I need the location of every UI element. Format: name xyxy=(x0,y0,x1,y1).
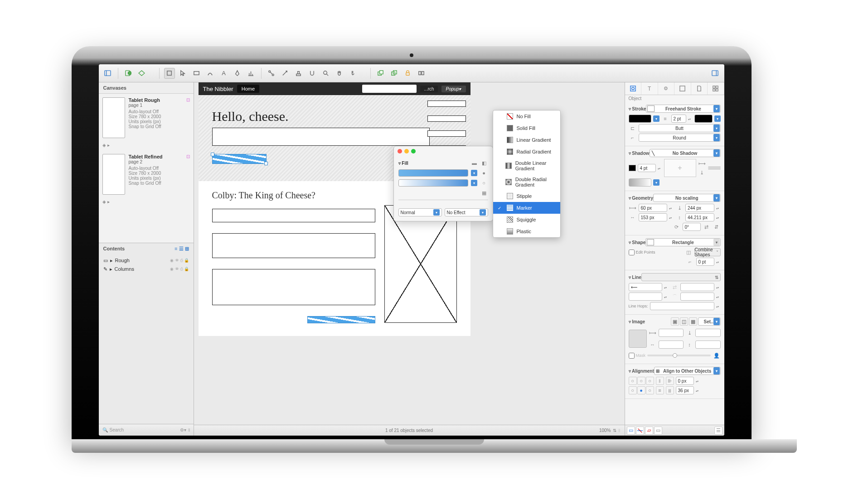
spacing-v-field[interactable]: 36 px xyxy=(676,386,694,394)
favorite-style-icon[interactable]: ☰ xyxy=(714,427,723,435)
line-end-field[interactable] xyxy=(680,283,714,291)
stepper-icon[interactable]: ▴▾ xyxy=(716,206,721,210)
image-well[interactable] xyxy=(629,330,647,348)
point-tool-button[interactable] xyxy=(348,68,359,79)
back-button[interactable] xyxy=(389,68,400,79)
grid-view-icon[interactable]: ⊞ xyxy=(185,246,189,252)
selection-tool-button[interactable] xyxy=(178,68,189,79)
color-dropdown[interactable]: ▾ xyxy=(471,170,477,176)
settings-icon[interactable]: ⚙▾ xyxy=(180,427,186,433)
line-tool-button[interactable] xyxy=(205,68,216,79)
layers-icon[interactable]: ◈ xyxy=(102,199,106,204)
align-left-icon[interactable]: ○ xyxy=(629,377,637,385)
shadow-blur-dd[interactable]: ▾ xyxy=(653,179,659,186)
shadow-x-field[interactable] xyxy=(708,167,721,168)
stroke-width-field[interactable]: 2 pt xyxy=(671,115,686,123)
swap-icon[interactable]: ⇄ xyxy=(670,283,679,291)
spacing-h-field[interactable]: 0 px xyxy=(676,377,694,385)
inspector-tab-text[interactable]: T xyxy=(641,82,658,95)
style-swatch-icon[interactable]: ▭ xyxy=(627,427,635,435)
shadow-y-field[interactable] xyxy=(708,168,721,169)
shadow-x-icon[interactable]: ⟼ xyxy=(698,159,706,168)
shape-type-select[interactable]: Rectangle▾ xyxy=(645,238,720,246)
stepper-icon[interactable]: ▴▾ xyxy=(658,167,662,170)
visibility-icon[interactable]: ◉ xyxy=(170,258,174,263)
fill-menu-marker[interactable]: ✓Marker xyxy=(493,202,560,214)
fill-menu-no-fill[interactable]: No Fill xyxy=(493,110,560,122)
stepper-icon[interactable]: ▴▾ xyxy=(664,286,669,289)
contents-item-columns[interactable]: ✎▸Columns ◉👁⎙🔒 xyxy=(99,265,194,273)
resize-handle-icon[interactable]: ⦀ xyxy=(618,428,620,433)
new-layer-button[interactable] xyxy=(136,68,147,79)
lock-icon[interactable]: 🔒 xyxy=(184,267,189,271)
lock-icon[interactable]: 🔒 xyxy=(184,258,189,263)
stepper-icon[interactable]: ▴▾ xyxy=(696,389,700,392)
image-fit-icon[interactable]: ◫ xyxy=(680,317,688,326)
tool-button[interactable] xyxy=(164,68,175,79)
combine-icon[interactable]: ◫ xyxy=(684,248,693,256)
opacity-slider[interactable] xyxy=(647,355,710,356)
zoom-tool-button[interactable] xyxy=(320,68,331,79)
align-bottom-icon[interactable]: ○ xyxy=(646,386,654,394)
stepper-icon[interactable]: ▴▾ xyxy=(716,305,721,308)
image-fit-icon[interactable]: ▦ xyxy=(689,317,697,326)
connect-tool-button[interactable] xyxy=(266,68,277,79)
fill-menu-double-linear[interactable]: Double Linear Gradient xyxy=(493,158,560,174)
shape-tool-button[interactable] xyxy=(191,68,202,79)
width-field[interactable]: 153 px xyxy=(639,213,668,221)
eye-icon[interactable]: 👁 xyxy=(175,258,179,263)
group-button[interactable] xyxy=(416,68,427,79)
line-hops-field[interactable] xyxy=(650,302,714,310)
line-start-field[interactable]: ⟵ xyxy=(629,283,663,291)
line-mid-field[interactable] xyxy=(629,293,663,301)
x-field[interactable]: 60 px xyxy=(639,204,668,212)
stroke-style-dd[interactable]: ▾ xyxy=(714,115,721,122)
add-color-icon[interactable]: ● xyxy=(480,169,488,177)
fill-menu-squiggle[interactable]: Squiggle xyxy=(493,214,560,226)
rotation-field[interactable]: 0° xyxy=(683,223,701,231)
list-view-icon[interactable]: ≡ xyxy=(175,246,177,252)
lock-button[interactable] xyxy=(402,68,413,79)
minimize-icon[interactable] xyxy=(404,149,409,154)
blend-mode-select[interactable]: Normal▾ xyxy=(398,208,442,216)
inspector-tab-stencils[interactable] xyxy=(708,82,724,95)
combine-select[interactable]: Combine Shapes˅ xyxy=(694,248,721,256)
canvas-item-2[interactable]: Tablet Refined⊡ page 2 Auto-layout Off S… xyxy=(99,150,194,198)
stroke-type-select[interactable]: Freehand Stroke▾ xyxy=(646,105,720,113)
zoom-icon[interactable] xyxy=(411,149,416,154)
stepper-icon[interactable]: ▴▾ xyxy=(669,206,674,210)
inspector-tab-document[interactable] xyxy=(691,82,708,95)
canvas-area[interactable]: The Nibbler Home ...rch Popup▾ Hello, ch… xyxy=(194,82,625,436)
selected-shape[interactable] xyxy=(212,154,267,164)
inspector-tab-canvas[interactable] xyxy=(674,82,691,95)
fill-menu-solid[interactable]: Solid Fill xyxy=(493,122,560,134)
style-swatch-icon[interactable] xyxy=(636,427,644,435)
distribute-h-icon[interactable]: ⫴ xyxy=(656,377,664,385)
stroke-join-select[interactable]: Round▾ xyxy=(639,134,721,142)
diagram-tool-button[interactable] xyxy=(246,68,257,79)
align-center-icon[interactable]: ○ xyxy=(637,377,645,385)
fill-menu-plastic[interactable]: Plastic xyxy=(493,226,560,237)
fill-popover[interactable]: ▿ Fill ▬◧ ▾● ▾○ ▦ Normal▾ No Effect▾ xyxy=(393,146,493,221)
distribute-v-icon[interactable]: ≡ xyxy=(656,386,664,394)
curve-icon[interactable]: ⌒ xyxy=(670,293,679,301)
new-canvas-button[interactable] xyxy=(123,68,134,79)
mask-checkbox[interactable] xyxy=(629,353,635,359)
shadow-y-icon[interactable]: ⤓ xyxy=(698,168,706,177)
shadow-size-field[interactable]: 4 pt xyxy=(638,164,656,172)
fill-menu-double-radial[interactable]: Double Radial Gradient xyxy=(493,174,560,190)
stepper-icon[interactable]: ▴▾ xyxy=(716,286,721,289)
spacing-v-icon[interactable]: ⫼ xyxy=(666,386,674,394)
line-mid2-field[interactable] xyxy=(680,293,714,301)
stepper-icon[interactable]: ▴▾ xyxy=(696,379,700,383)
fill-type-icon[interactable]: ◧ xyxy=(480,159,488,167)
image-set-button[interactable]: Set...▾ xyxy=(698,317,721,326)
layers-icon[interactable]: ◈ xyxy=(102,143,106,148)
contents-item-rough[interactable]: ▭▸Rough ◉👁⎙🔒 xyxy=(99,256,194,265)
stroke-cap-select[interactable]: Butt▾ xyxy=(639,124,721,132)
radius-field[interactable]: 0 pt xyxy=(696,258,714,266)
pattern-icon[interactable]: ▦ xyxy=(480,189,488,197)
hand-tool-button[interactable] xyxy=(334,68,345,79)
align-top-icon[interactable]: ○ xyxy=(629,386,637,394)
fill-menu-stipple[interactable]: Stipple xyxy=(493,190,560,202)
